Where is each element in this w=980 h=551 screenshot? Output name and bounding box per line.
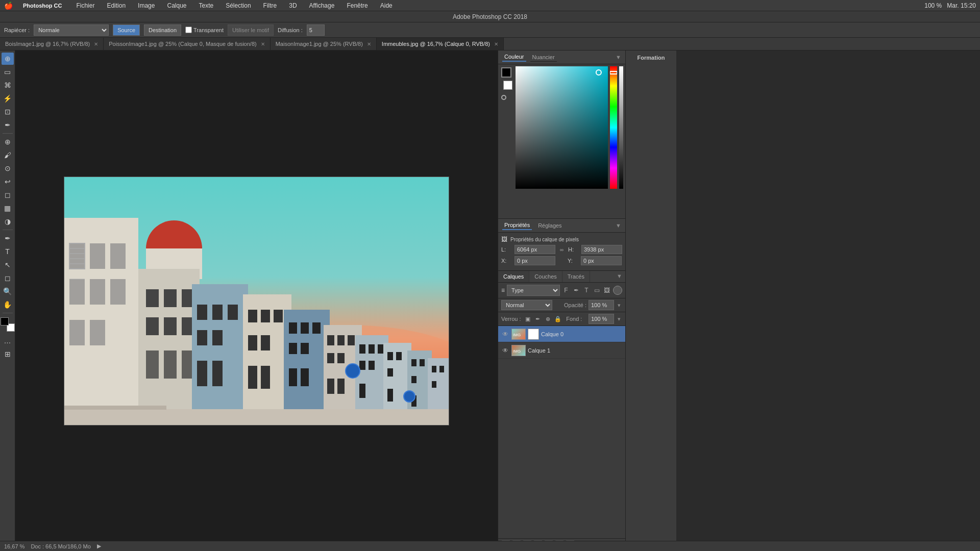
svg-rect-24 <box>164 317 177 335</box>
lock-icon-4[interactable]: 🔒 <box>554 315 562 323</box>
props-h-input[interactable] <box>581 245 622 254</box>
menu-bar: 🍎 Photoshop CC Fichier Edition Image Cal… <box>0 0 980 11</box>
tab-couleur[interactable]: Couleur <box>502 53 526 62</box>
destination-button[interactable]: Destination <box>144 24 181 36</box>
status-arrow[interactable]: ▶ <box>97 543 101 549</box>
props-y-input[interactable] <box>581 256 622 265</box>
menu-3d[interactable]: 3D <box>287 1 299 10</box>
props-panel-collapse[interactable]: ▼ <box>616 222 621 229</box>
menu-edition[interactable]: Edition <box>105 1 128 10</box>
layer-item-1[interactable]: 👁 IMG Calque 1 <box>498 342 625 359</box>
tool-healing[interactable]: ⊕ <box>2 136 14 148</box>
tab-traces[interactable]: Tracés <box>562 271 590 282</box>
lock-icon-1[interactable]: ▣ <box>524 315 532 323</box>
lock-icon-3[interactable]: ⊕ <box>544 315 552 323</box>
tool-lasso[interactable]: ⌘ <box>2 79 14 91</box>
tab-calques[interactable]: Calques <box>498 271 529 282</box>
lock-icon-2[interactable]: ✒ <box>534 315 542 323</box>
layer-1-visibility[interactable]: 👁 <box>501 346 509 355</box>
filter-icon-2[interactable]: ✒ <box>572 286 580 294</box>
canvas-image[interactable] <box>64 177 449 425</box>
menu-selection[interactable]: Sélection <box>224 1 253 10</box>
opacity-arrow[interactable]: ▾ <box>616 302 622 308</box>
use-motif-button[interactable]: Utiliser le motif <box>228 24 274 36</box>
tool-screen-mode[interactable]: ⊞ <box>2 348 14 360</box>
opacity-input[interactable] <box>589 300 614 310</box>
tool-clone[interactable]: ⊙ <box>2 162 14 174</box>
canvas-area[interactable] <box>15 51 498 551</box>
tab-proprietes[interactable]: Propriétés <box>502 221 532 230</box>
tool-path-selection[interactable]: ↖ <box>2 259 14 271</box>
tool-eyedropper[interactable]: ✒ <box>2 119 14 131</box>
tool-text[interactable]: T <box>2 245 14 258</box>
white-black-bar[interactable] <box>619 66 623 189</box>
svg-rect-7 <box>90 279 105 305</box>
filter-icon-4[interactable]: ▭ <box>593 286 601 294</box>
props-x-input[interactable] <box>514 256 555 265</box>
tool-extra[interactable]: … <box>2 335 14 347</box>
mode-select[interactable]: Normale Contenu pris en compte <box>34 24 109 36</box>
menu-fenetre[interactable]: Fenêtre <box>345 1 370 10</box>
tool-hand[interactable]: ✋ <box>2 298 14 311</box>
tool-pen[interactable]: ✒ <box>2 232 14 244</box>
color-gradient-field[interactable] <box>516 66 608 189</box>
filter-type-select[interactable]: Type <box>507 285 560 296</box>
color-spectrum-bar[interactable] <box>610 66 617 189</box>
menu-image[interactable]: Image <box>136 1 157 10</box>
tool-quick-select[interactable]: ⚡ <box>2 92 14 105</box>
blend-mode-select[interactable]: Normal Dissolution <box>501 300 552 310</box>
filter-icon-3[interactable]: T <box>582 286 591 294</box>
tab-maisonimage[interactable]: MaisonImage1.jpg @ 25% (RVB/8) ✕ <box>271 38 377 50</box>
tool-move[interactable]: ⊕ <box>2 53 14 65</box>
tool-history[interactable]: ↩ <box>2 176 14 188</box>
lock-row: Verrou : ▣ ✒ ⊕ 🔒 Fond : ▾ <box>498 312 625 326</box>
menu-fichier[interactable]: Fichier <box>74 1 96 10</box>
tool-dodge[interactable]: ◑ <box>2 215 14 228</box>
filter-icon-1[interactable]: F <box>562 286 570 294</box>
tab-boisimage-close[interactable]: ✕ <box>94 41 98 47</box>
color-picker-area[interactable] <box>498 64 625 207</box>
apple-menu[interactable]: 🍎 <box>4 2 13 10</box>
tab-reglages[interactable]: Réglages <box>536 221 564 230</box>
layer-0-visibility[interactable]: 👁 <box>501 330 509 338</box>
svg-rect-51 <box>289 368 297 386</box>
foreground-color-swatch[interactable] <box>501 67 511 78</box>
tool-gradient[interactable]: ▦ <box>2 202 14 214</box>
fill-arrow[interactable]: ▾ <box>616 316 622 322</box>
tool-crop[interactable]: ⊡ <box>2 106 14 118</box>
tab-poissonimage[interactable]: PoissonImage1.jpg @ 25% (Calque 0, Masqu… <box>104 38 270 50</box>
tool-zoom[interactable]: 🔍 <box>2 285 14 297</box>
formation-panel: Formation <box>625 51 676 551</box>
props-l-input[interactable] <box>514 245 555 254</box>
transparent-checkbox[interactable] <box>185 27 192 33</box>
fill-input[interactable] <box>589 314 614 324</box>
tab-immeubles-close[interactable]: ✕ <box>494 41 498 47</box>
tab-nuancier[interactable]: Nuancier <box>530 53 557 62</box>
source-button[interactable]: Source <box>113 24 140 36</box>
menu-calque[interactable]: Calque <box>165 1 188 10</box>
fg-bg-colors[interactable] <box>1 317 15 332</box>
tool-eraser[interactable]: ◻ <box>2 189 14 201</box>
layer-item-0[interactable]: 👁 IMG Calque 0 <box>498 326 625 342</box>
tab-immeubles[interactable]: Immeubles.jpg @ 16,7% (Calque 0, RVB/8) … <box>377 38 504 50</box>
diffusion-input[interactable] <box>307 24 325 36</box>
layers-panel-collapse[interactable]: ▼ <box>614 271 625 282</box>
tool-marquee[interactable]: ▭ <box>2 66 14 78</box>
fg-color-swatch[interactable] <box>1 317 9 325</box>
tool-shape[interactable]: ◻ <box>2 272 14 284</box>
filter-toggle[interactable] <box>613 286 622 295</box>
menu-filtre[interactable]: Filtre <box>261 1 279 10</box>
tab-couches[interactable]: Couches <box>529 271 562 282</box>
color-panel-collapse[interactable]: ▼ <box>616 54 621 60</box>
menu-texte[interactable]: Texte <box>197 1 216 10</box>
background-color-swatch[interactable] <box>503 81 512 90</box>
tab-boisimage[interactable]: BoisImage1.jpg @ 16,7% (RVB/8) ✕ <box>0 38 104 50</box>
menu-aide[interactable]: Aide <box>378 1 395 10</box>
tab-poissonimage-close[interactable]: ✕ <box>261 41 265 47</box>
menu-affichage[interactable]: Affichage <box>307 1 337 10</box>
svg-rect-74 <box>411 359 416 366</box>
filter-icon-5[interactable]: 🖼 <box>603 286 611 294</box>
tool-brush[interactable]: 🖌 <box>2 149 14 161</box>
transparent-checkbox-label[interactable]: Transparent <box>185 27 224 33</box>
tab-maisonimage-close[interactable]: ✕ <box>367 41 371 47</box>
